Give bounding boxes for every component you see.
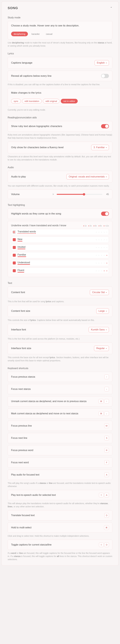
key: ↑ <box>104 374 109 379</box>
shortcut-label: Play text-to-speech audio for selected t… <box>11 494 56 497</box>
study-mode-card: Choose a study mode. Hover over any to s… <box>8 21 112 40</box>
key: ⌘ <box>99 399 103 404</box>
chevron-down-icon: ▾ <box>106 62 107 64</box>
word-checkbox[interactable] <box>13 262 16 264</box>
shortcut-row: Focus next lineS <box>8 433 112 443</box>
ruby-row: Show ruby text above logographic charact… <box>8 121 112 132</box>
interfaceSize-label: Interface font size <box>11 347 31 350</box>
underline-legend-card: Underline words I have translated and wo… <box>8 221 112 277</box>
key: ↓ <box>104 387 109 391</box>
drop-icon: ♦ <box>96 270 97 272</box>
make-changes-options: syncedit translationedit originalnot in … <box>11 99 109 104</box>
volume-slider[interactable] <box>57 194 102 195</box>
word-checkbox[interactable] <box>13 230 16 234</box>
drop-icon: ♦ <box>99 262 99 264</box>
interfaceSize-select[interactable]: Regular▾ <box>94 346 109 351</box>
contentSize-select[interactable]: Large▾ <box>96 308 109 314</box>
word-row-intuited: Intuited♦♦♦♦♦ <box>11 244 109 250</box>
drop-icon: ♦ <box>99 270 99 272</box>
shortcut-label: Focus next stanza <box>11 388 31 391</box>
edit-option-not-in-editor[interactable]: not in editor <box>61 99 78 104</box>
drop-icon: ♦ <box>104 225 104 227</box>
word-name: Familiar <box>18 254 26 257</box>
contentFont-label: Content font <box>11 291 25 294</box>
study-mode-heading: Study mode <box>8 16 112 19</box>
key: W <box>104 424 109 428</box>
fluency-select[interactable]: 3. Familiar▾ <box>91 145 109 150</box>
drop-icon: ♦ <box>99 239 99 240</box>
drop-icon: ♦ <box>106 254 107 256</box>
shortcut-row: Mark current stanza as deciphered and mo… <box>8 408 112 419</box>
fluency-row: Only show for characters below a fluency… <box>8 142 112 153</box>
reveal-captions-toggle[interactable] <box>101 74 109 78</box>
edit-option-sync[interactable]: sync <box>11 99 21 104</box>
key-combo: R <box>104 448 109 452</box>
drop-icon: ♦ <box>106 246 107 248</box>
study-mode-karaoke[interactable]: karaoke <box>29 32 42 36</box>
study-mode-note: Use deciphering mode to make the most ou… <box>8 41 112 48</box>
fluency-note: Characters at or above this level won't … <box>8 155 112 161</box>
interfaceFont-row: Interface fontKumbh Sans▾ <box>8 324 112 336</box>
word-name: New <box>18 238 22 242</box>
drop-icon: ♦ <box>96 239 97 240</box>
study-mode-casual[interactable]: casual <box>43 32 55 36</box>
shortcut-label: Focus previous line <box>11 424 32 428</box>
study-mode-options: decipheringkaraokecasual <box>11 32 109 36</box>
drop-icon: ♦ <box>101 270 102 272</box>
drop-legend-item: ♦3x <box>88 225 92 227</box>
study-mode-deciphering[interactable]: deciphering <box>11 32 28 36</box>
chevron-down-icon: ▾ <box>106 329 107 330</box>
shortcut-row: Toggle captions for current stanza/line⇧… <box>8 540 112 550</box>
ruby-label: Show ruby text above logographic charact… <box>11 125 62 128</box>
key: ⇧ <box>99 542 103 547</box>
contentSize-note: This controls the size of lyrics. Captio… <box>8 319 112 322</box>
drop-icon: ♦ <box>99 231 99 233</box>
audio-source-row: Audio to play Original: vocals and instr… <box>8 171 112 182</box>
shortcut-label: Focus previous word <box>11 449 33 452</box>
shortcut-note: This will play the song's audio if a sta… <box>8 482 112 488</box>
word-row-new: New♦♦♦♦♦ <box>11 236 109 243</box>
word-checkbox[interactable] <box>13 246 16 249</box>
study-mode-prompt: Choose a study mode. Hover over any to s… <box>11 24 109 27</box>
shortcut-label: Focus next line <box>11 436 27 440</box>
word-checkbox[interactable] <box>13 269 16 272</box>
highlight-words-label: Highlight words as they come up in the s… <box>11 212 61 215</box>
drop-icon: ♦ <box>99 246 99 248</box>
word-checkbox[interactable] <box>13 254 16 257</box>
drop-icon: ♦ <box>96 246 97 248</box>
shortcut-row: Focus previous lineW <box>8 421 112 431</box>
drop-icon: ♦ <box>101 254 102 256</box>
word-checkbox[interactable] <box>13 238 16 241</box>
edit-option-edit-translation[interactable]: edit translation <box>22 99 42 104</box>
volume-icon: 🕨 <box>52 193 54 196</box>
section-title: SONG <box>8 6 18 10</box>
drop-icon: ♦ <box>101 231 102 233</box>
ruby-toggle[interactable] <box>101 124 109 128</box>
edit-option-edit-original[interactable]: edit original <box>43 99 59 104</box>
key-combo: W <box>104 424 109 428</box>
aids-heading: Reading/pronunciation aids <box>8 116 112 119</box>
make-changes-note: Currently, you're not in any editing mod… <box>8 108 112 112</box>
contentFont-select[interactable]: Circular Std▾ <box>90 290 109 295</box>
key-combo: ⇧A <box>99 493 109 497</box>
chevron-down-icon: ▾ <box>106 292 107 293</box>
key: ↑ <box>104 399 109 404</box>
contentFont-row: Content fontCircular Std▾ <box>8 286 112 298</box>
interfaceFont-select[interactable]: Kumbh Sans▾ <box>89 327 109 332</box>
key: D <box>104 542 109 547</box>
drop-icon: ♦ <box>104 270 105 272</box>
underline-legend-title: Underline words I have translated and wo… <box>11 224 66 227</box>
shortcut-label: Unmark current stanza as deciphered, and… <box>11 400 87 403</box>
drop-icon: ♦ <box>106 262 107 264</box>
captions-language-select[interactable]: English▾ <box>95 60 109 66</box>
key: ⇧ <box>99 493 103 497</box>
interfaceFont-label: Interface font <box>11 328 26 331</box>
word-name: Understood <box>18 261 30 265</box>
highlight-words-toggle[interactable] <box>101 212 109 216</box>
collapse-icon[interactable]: ⌃ <box>110 6 112 10</box>
lyrics-heading: Lyrics <box>8 52 112 55</box>
reveal-captions-label: Reveal all captions below every line <box>11 74 51 78</box>
audio-source-select[interactable]: Original: vocals and instrumentals▾ <box>67 174 109 180</box>
shortcut-note: If a word or line are focused, this will… <box>8 552 112 561</box>
contentSize-label: Content font size <box>11 310 30 312</box>
